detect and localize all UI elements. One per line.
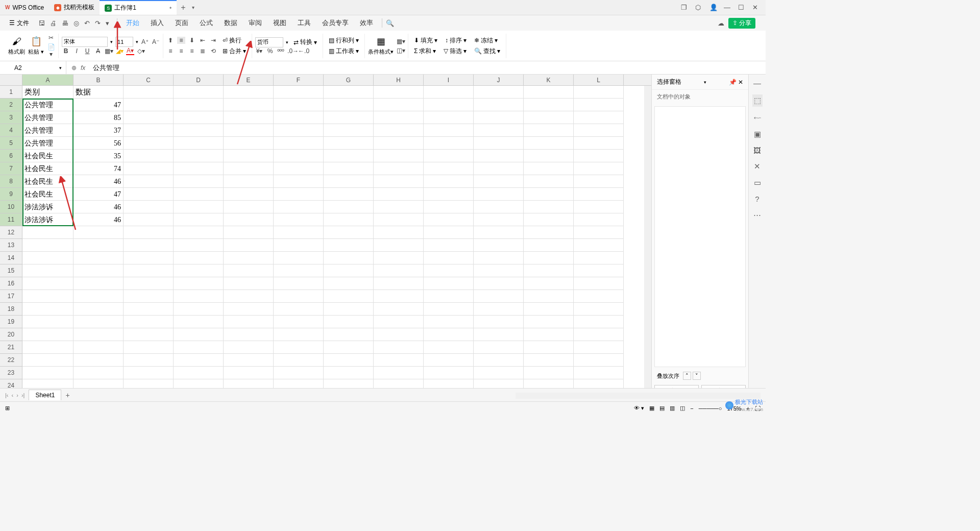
- cell[interactable]: [274, 150, 324, 162]
- cloud-icon[interactable]: ☁: [718, 19, 724, 27]
- cell[interactable]: [324, 137, 374, 150]
- cell[interactable]: [22, 367, 74, 379]
- cell[interactable]: [524, 150, 574, 162]
- cell[interactable]: [74, 328, 124, 341]
- cell[interactable]: [324, 201, 374, 213]
- row-header[interactable]: 3: [0, 111, 22, 124]
- fill-color-icon[interactable]: ◢▾: [115, 47, 124, 55]
- cell[interactable]: [124, 367, 174, 379]
- cell[interactable]: 社会民生: [22, 175, 74, 188]
- cell[interactable]: [224, 239, 274, 252]
- row-header[interactable]: 20: [0, 328, 22, 341]
- fill-button[interactable]: ⬇ 填充 ▾: [411, 35, 440, 46]
- cell[interactable]: 社会民生: [22, 150, 74, 162]
- collapse-icon[interactable]: —: [753, 79, 761, 87]
- cell[interactable]: [124, 316, 174, 328]
- cell[interactable]: [274, 277, 324, 290]
- cell[interactable]: [174, 175, 224, 188]
- cell[interactable]: 46: [74, 201, 124, 213]
- cell[interactable]: [524, 201, 574, 213]
- cell[interactable]: [374, 111, 424, 124]
- cell[interactable]: [374, 354, 424, 367]
- cell[interactable]: [274, 316, 324, 328]
- cell[interactable]: [124, 137, 174, 150]
- col-header-H[interactable]: H: [374, 75, 424, 85]
- strikethrough-icon[interactable]: A̶: [94, 47, 102, 55]
- cell[interactable]: [524, 137, 574, 150]
- cell[interactable]: [374, 264, 424, 277]
- cell[interactable]: [424, 99, 474, 111]
- cell[interactable]: [424, 328, 474, 341]
- cell[interactable]: [274, 213, 324, 226]
- tab-add-button[interactable]: +: [177, 3, 189, 12]
- cell[interactable]: [174, 328, 224, 341]
- cell[interactable]: [324, 277, 374, 290]
- cell[interactable]: [224, 367, 274, 379]
- col-header-F[interactable]: F: [274, 75, 324, 85]
- cell[interactable]: [474, 201, 524, 213]
- cond-format-button[interactable]: ▦ 条件格式▾: [368, 36, 394, 56]
- row-header[interactable]: 18: [0, 303, 22, 316]
- cell[interactable]: [124, 124, 174, 137]
- row-header[interactable]: 21: [0, 341, 22, 354]
- avatar-icon[interactable]: 👤: [709, 4, 718, 12]
- cell[interactable]: [574, 150, 624, 162]
- cell[interactable]: [424, 354, 474, 367]
- cube-icon[interactable]: ⬡: [695, 4, 703, 12]
- cell[interactable]: [124, 239, 174, 252]
- cell[interactable]: [22, 264, 74, 277]
- cell[interactable]: [324, 213, 374, 226]
- cell[interactable]: [474, 341, 524, 354]
- cell[interactable]: [524, 290, 574, 303]
- cell[interactable]: [374, 303, 424, 316]
- number-format-select[interactable]: [255, 37, 283, 47]
- menu-page[interactable]: 页面: [170, 18, 193, 28]
- rowcol-button[interactable]: ▤ 行和列 ▾: [326, 35, 361, 46]
- tools-icon[interactable]: ✕: [754, 162, 761, 171]
- percent-icon[interactable]: %: [266, 47, 274, 55]
- cell[interactable]: [224, 201, 274, 213]
- cell[interactable]: [474, 277, 524, 290]
- menu-data[interactable]: 数据: [219, 18, 242, 28]
- cell[interactable]: [474, 328, 524, 341]
- cell[interactable]: [574, 239, 624, 252]
- cell[interactable]: [274, 137, 324, 150]
- cell[interactable]: [524, 213, 574, 226]
- view-custom-icon[interactable]: ◫: [680, 405, 685, 412]
- cell[interactable]: [524, 252, 574, 264]
- cell[interactable]: [574, 252, 624, 264]
- worksheet-button[interactable]: ▥ 工作表 ▾: [326, 46, 361, 57]
- cell[interactable]: [324, 252, 374, 264]
- preview-icon[interactable]: ◎: [74, 19, 79, 27]
- cell[interactable]: [424, 124, 474, 137]
- cell[interactable]: [324, 99, 374, 111]
- gallery-icon[interactable]: ▣: [754, 130, 761, 139]
- cell[interactable]: 数据: [74, 86, 124, 99]
- cell[interactable]: [124, 99, 174, 111]
- cell[interactable]: [374, 99, 424, 111]
- convert-button[interactable]: ⇄ 转换 ▾: [291, 37, 320, 47]
- cell[interactable]: [424, 213, 474, 226]
- cell[interactable]: [22, 316, 74, 328]
- cell[interactable]: [374, 124, 424, 137]
- close-icon[interactable]: ✕: [752, 4, 761, 12]
- cell[interactable]: 公共管理: [22, 111, 74, 124]
- cell[interactable]: [474, 213, 524, 226]
- cell[interactable]: [424, 150, 474, 162]
- cell[interactable]: [574, 137, 624, 150]
- cell[interactable]: [274, 354, 324, 367]
- cell[interactable]: [224, 277, 274, 290]
- indent-inc-icon[interactable]: ⇥: [209, 37, 217, 44]
- cell[interactable]: 社会民生: [22, 162, 74, 175]
- cell[interactable]: [424, 290, 474, 303]
- cell[interactable]: [524, 354, 574, 367]
- cell[interactable]: [324, 354, 374, 367]
- cell[interactable]: [324, 226, 374, 239]
- col-header-C[interactable]: C: [124, 75, 174, 85]
- row-header[interactable]: 13: [0, 239, 22, 252]
- cell[interactable]: [224, 354, 274, 367]
- search-icon[interactable]: 🔍: [386, 19, 394, 27]
- tab-wps-office[interactable]: W WPS Office: [0, 0, 49, 15]
- cell[interactable]: [224, 303, 274, 316]
- tab-list-dropdown[interactable]: ▾: [189, 5, 197, 10]
